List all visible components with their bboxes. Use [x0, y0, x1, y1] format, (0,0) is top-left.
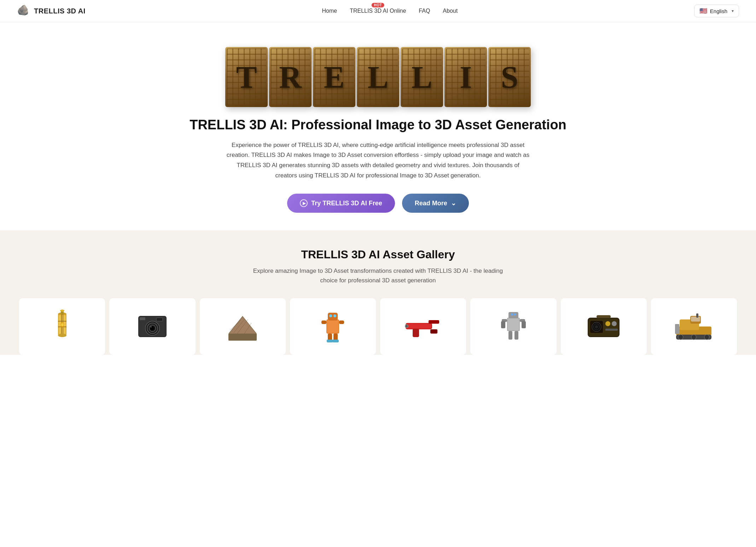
flag-icon: 🇺🇸	[699, 7, 707, 15]
svg-rect-72	[675, 324, 679, 334]
svg-point-32	[329, 314, 332, 317]
try-free-button[interactable]: ▶ Try TRELLIS 3D AI Free	[287, 194, 395, 213]
roof-object	[223, 305, 262, 348]
svg-rect-43	[430, 329, 437, 334]
svg-rect-44	[413, 329, 419, 337]
radio-object	[584, 305, 623, 348]
logo-text: TRELLIS 3D AI	[34, 7, 86, 15]
navbar: 🪨 TRELLIS 3D AI Home HOT TRELLIS 3D AI O…	[0, 0, 756, 22]
svg-rect-57	[522, 321, 526, 328]
svg-point-11	[61, 323, 63, 327]
gallery-item-camera	[109, 298, 195, 355]
vine-decoration: 🍃	[330, 43, 339, 52]
svg-rect-37	[332, 340, 339, 342]
svg-rect-39	[339, 320, 344, 324]
gun-object	[404, 305, 443, 348]
nav-trellis-online[interactable]: HOT TRELLIS 3D AI Online	[350, 8, 406, 14]
gallery-items-row	[17, 298, 739, 355]
svg-rect-52	[508, 331, 512, 340]
gallery-heading: TRELLIS 3D AI Asset Gallery	[17, 248, 739, 261]
svg-point-46	[406, 325, 408, 327]
hero-title-art: 🌿 T 🌱 R 🍃 E 🌿 L 🌱 L 🍃 I 🌿 S	[17, 36, 739, 107]
gallery-item-bulldozer	[651, 298, 737, 355]
camera-object	[133, 305, 172, 348]
letter-T: 🌿 T	[225, 47, 268, 107]
lang-label: English	[710, 8, 727, 14]
svg-rect-38	[321, 320, 326, 324]
gallery-item-mech	[470, 298, 556, 355]
letter-L2: 🌱 L	[401, 47, 443, 107]
hot-badge: HOT	[371, 3, 384, 7]
svg-point-65	[612, 321, 617, 326]
svg-rect-24	[228, 334, 257, 341]
svg-point-18	[150, 326, 152, 328]
svg-rect-30	[327, 320, 338, 333]
logo-link[interactable]: 🪨 TRELLIS 3D AI	[17, 4, 86, 18]
vine-decoration: 🌿	[242, 43, 251, 52]
svg-rect-48	[508, 318, 519, 330]
nav-about[interactable]: About	[443, 8, 458, 14]
svg-rect-67	[597, 315, 611, 318]
logo-icon: 🪨	[17, 4, 30, 18]
hero-section: 🌿 T 🌱 R 🍃 E 🌿 L 🌱 L 🍃 I 🌿 S TRELLIS 3D A…	[0, 22, 756, 213]
vine-decoration: 🌱	[417, 43, 427, 52]
svg-point-76	[704, 335, 709, 340]
svg-point-63	[595, 325, 598, 328]
svg-point-64	[605, 321, 610, 326]
bulldozer-object	[674, 305, 713, 348]
svg-rect-56	[501, 321, 505, 328]
read-more-button[interactable]: Read More ⌄	[402, 194, 469, 213]
svg-rect-71	[691, 317, 700, 322]
svg-point-50	[511, 313, 513, 316]
svg-rect-21	[140, 317, 145, 320]
svg-rect-20	[157, 318, 162, 321]
gallery-item-robot	[290, 298, 376, 355]
gallery-item-gun	[380, 298, 466, 355]
robot-object	[313, 305, 352, 348]
letter-E: 🍃 E	[313, 47, 355, 107]
mech-object	[494, 305, 533, 348]
btn-secondary-label: Read More	[415, 200, 447, 207]
language-selector[interactable]: 🇺🇸 English ▾	[694, 5, 739, 17]
letter-L1: 🌿 L	[357, 47, 399, 107]
hero-heading: TRELLIS 3D AI: Professional Image to 3D …	[17, 117, 739, 133]
svg-rect-42	[429, 320, 439, 324]
svg-point-75	[691, 335, 696, 340]
chevron-down-icon: ▾	[732, 8, 734, 13]
svg-rect-36	[327, 340, 333, 342]
svg-point-9	[60, 310, 64, 312]
letter-R: 🌱 R	[269, 47, 312, 107]
hero-description: Experience the power of TRELLIS 3D AI, w…	[226, 140, 530, 181]
svg-point-51	[514, 313, 516, 316]
nav-home[interactable]: Home	[322, 8, 337, 14]
svg-rect-66	[605, 329, 618, 331]
gallery-section: TRELLIS 3D AI Asset Gallery Explore amaz…	[0, 230, 756, 354]
gallery-item-lantern	[19, 298, 105, 355]
gallery-item-roof	[200, 298, 286, 355]
gallery-description: Explore amazing Image to 3D Asset transf…	[247, 266, 509, 285]
vine-decoration: 🍃	[461, 43, 471, 52]
vine-decoration: 🌿	[505, 43, 514, 52]
svg-rect-53	[514, 331, 518, 340]
nav-links: Home HOT TRELLIS 3D AI Online FAQ About	[322, 8, 458, 14]
chevron-down-icon: ⌄	[451, 199, 456, 207]
vine-decoration: 🌿	[373, 43, 383, 52]
gallery-item-radio	[561, 298, 647, 355]
svg-rect-31	[328, 313, 338, 320]
hero-cta-buttons: ▶ Try TRELLIS 3D AI Free Read More ⌄	[17, 194, 739, 213]
svg-rect-77	[696, 313, 698, 318]
letter-I: 🍃 I	[444, 47, 487, 107]
play-icon: ▶	[300, 199, 308, 207]
letter-S: 🌿 S	[488, 47, 531, 107]
svg-point-7	[58, 334, 66, 337]
svg-point-74	[678, 335, 683, 340]
svg-rect-49	[508, 312, 518, 318]
svg-marker-23	[229, 317, 256, 334]
btn-primary-label: Try TRELLIS 3D AI Free	[311, 200, 382, 207]
vine-decoration: 🌱	[286, 43, 295, 52]
svg-point-33	[333, 314, 336, 317]
svg-rect-41	[406, 324, 431, 329]
lantern-object	[43, 305, 82, 348]
nav-faq[interactable]: FAQ	[419, 8, 430, 14]
